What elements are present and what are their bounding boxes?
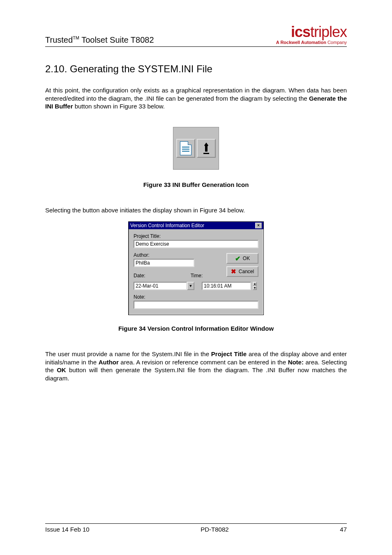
document-icon <box>180 141 191 155</box>
time-spin-up[interactable]: ▲ <box>253 282 257 286</box>
page-header: TrustedTM Toolset Suite T8082 icstriplex… <box>45 25 347 47</box>
product-title: TrustedTM Toolset Suite T8082 <box>45 35 154 45</box>
time-spin-down[interactable]: ▼ <box>253 286 257 290</box>
footer-issue: Issue 14 Feb 10 <box>45 526 90 533</box>
project-title-label: Project Title: <box>134 233 258 239</box>
pen-icon-button <box>197 139 216 158</box>
ok-button[interactable]: ✔ OK <box>226 253 258 264</box>
product-suffix: Toolset Suite T8082 <box>79 35 154 44</box>
logo-tagline: A Rockwell Automation Company <box>276 40 347 45</box>
trademark: TM <box>73 35 79 40</box>
footer-docnum: PD-T8082 <box>201 526 228 533</box>
cancel-button[interactable]: ✖ Cancel <box>226 266 258 277</box>
toolbar-mock <box>173 127 219 170</box>
date-label: Date: <box>134 273 145 279</box>
project-title-input[interactable] <box>134 240 258 248</box>
dialog-titlebar: Version Control Information Editor × <box>129 222 263 229</box>
section-heading: 2.10. Generating the SYSTEM.INI File <box>45 63 347 75</box>
figure-33 <box>45 127 347 170</box>
product-line: Trusted <box>45 35 73 44</box>
time-field[interactable]: ▲ ▼ <box>202 282 258 290</box>
time-label: Time: <box>191 273 203 279</box>
figure-34-caption: Figure 34 Version Control Information Ed… <box>45 325 347 332</box>
paragraph-3: The user must provide a name for the Sys… <box>45 350 347 382</box>
footer-pagenum: 47 <box>340 526 347 533</box>
date-dropdown-button[interactable]: ▼ <box>187 282 194 290</box>
logo-light-text: triplex <box>310 23 347 40</box>
paragraph-2: Selecting the button above initiates the… <box>45 206 347 214</box>
note-input[interactable] <box>134 301 258 309</box>
note-label: Note: <box>134 294 258 300</box>
figure-34: Version Control Information Editor × Pro… <box>45 221 347 315</box>
doc-icon-button <box>176 139 195 158</box>
check-icon: ✔ <box>235 255 240 263</box>
ok-button-label: OK <box>243 256 250 261</box>
date-input[interactable] <box>134 282 187 290</box>
paragraph-1: At this point, the configuration only ex… <box>45 86 347 111</box>
section-title-text: Generating the SYSTEM.INI File <box>70 63 212 74</box>
version-control-dialog: Version Control Information Editor × Pro… <box>128 221 264 315</box>
time-input[interactable] <box>202 282 251 290</box>
section-number: 2.10. <box>45 63 67 74</box>
cancel-button-label: Cancel <box>239 269 254 274</box>
figure-33-caption: Figure 33 INI Buffer Generation Icon <box>45 181 347 188</box>
date-field[interactable]: ▼ <box>134 282 194 290</box>
dialog-title-text: Version Control Information Editor <box>130 223 204 228</box>
logo-bold-text: ics <box>291 23 310 40</box>
page-footer: Issue 14 Feb 10 PD-T8082 47 <box>45 523 347 533</box>
x-icon: ✖ <box>231 268 236 275</box>
author-input[interactable] <box>134 259 194 267</box>
pen-icon <box>199 141 213 155</box>
company-logo: icstriplex A Rockwell Automation Company <box>276 25 347 45</box>
dialog-close-button[interactable]: × <box>255 223 262 228</box>
